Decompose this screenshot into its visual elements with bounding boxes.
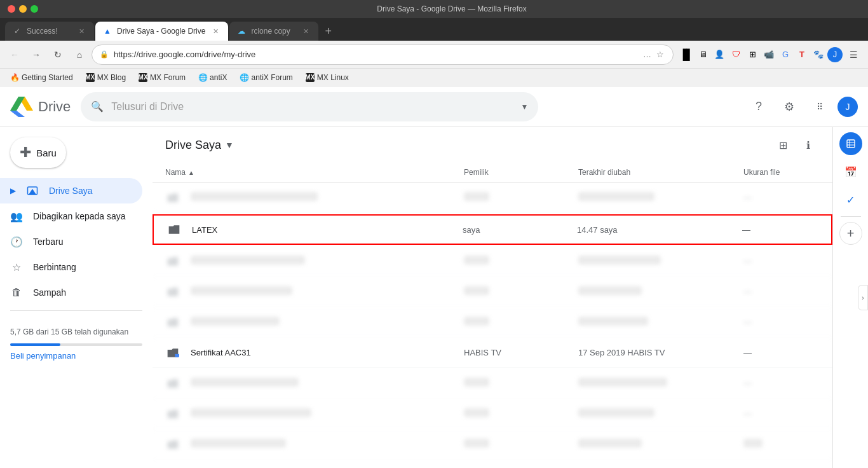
file-row-blurred-4[interactable]: — (153, 307, 832, 338)
ext-video-icon[interactable]: 📹 (761, 47, 776, 62)
maximize-window-button[interactable] (31, 5, 38, 13)
bookmark-antix-forum[interactable]: 🌐 antiX Forum (234, 72, 297, 83)
right-panel-expand-button[interactable]: › (858, 285, 868, 310)
refresh-button[interactable]: ↻ (48, 45, 67, 64)
tab-close-success[interactable]: ✕ (76, 26, 86, 36)
toolbar-extensions: ▐▌ 🖥 👤 🛡 ⊞ 📹 G T 🐾 J ☰ (679, 45, 863, 64)
file-name-blurred-3 (191, 286, 464, 297)
traffic-lights (8, 5, 38, 13)
address-right-icons: … ☆ (642, 48, 665, 60)
right-panel-icon-sheets[interactable] (839, 132, 862, 155)
file-row-blurred-6[interactable]: — (153, 399, 832, 429)
bookmark-label-mx-linux: MX Linux (317, 73, 349, 82)
user-avatar[interactable]: J (837, 97, 858, 117)
sidebar-item-recent[interactable]: 🕐 Terbaru (0, 229, 142, 254)
right-panel-icon-tasks[interactable]: ✓ (839, 188, 862, 211)
file-row-sertifikat[interactable]: Sertifikat AAC31 HABIS TV 17 Sep 2019 HA… (153, 338, 832, 368)
bookmark-mx-blog[interactable]: MX MX Blog (81, 72, 131, 83)
menu-button[interactable]: ☰ (844, 45, 863, 64)
file-name-blurred-2 (191, 256, 464, 266)
file-name-blurred-6 (191, 408, 464, 419)
svg-rect-6 (847, 140, 855, 148)
file-owner-blurred-4 (464, 317, 578, 327)
drive-logo[interactable]: Drive (10, 97, 71, 117)
file-row-blurred-2[interactable]: — (153, 246, 832, 277)
tab-close-drive[interactable]: ✕ (210, 26, 220, 36)
drive-title-dropdown-icon[interactable]: ▼ (225, 140, 234, 150)
right-panel-add-button[interactable]: + (839, 222, 862, 245)
ext-person-icon[interactable]: 👤 (712, 47, 727, 62)
ext-bars-icon[interactable]: ▐▌ (679, 47, 694, 62)
right-panel-icon-calendar[interactable]: 📅 (839, 160, 862, 183)
file-row-blurred-7[interactable] (153, 429, 832, 460)
minimize-window-button[interactable] (19, 5, 27, 13)
help-button[interactable]: ? (746, 94, 771, 120)
settings-button[interactable]: ⚙ (776, 94, 802, 120)
sidebar-item-my-drive[interactable]: ▶ Drive Saya (0, 178, 142, 203)
new-tab-button[interactable]: + (320, 22, 337, 41)
tab-close-rclone[interactable]: ✕ (301, 26, 311, 36)
file-row-blurred-1[interactable]: — (153, 182, 832, 213)
file-row-blurred-3[interactable]: — (153, 277, 832, 307)
sidebar-item-shared[interactable]: 👥 Dibagikan kepada saya (0, 203, 142, 229)
column-name[interactable]: Nama ▲ (165, 168, 464, 177)
close-window-button[interactable] (8, 5, 15, 13)
sidebar-item-starred[interactable]: ☆ Berbintang (0, 254, 142, 280)
bookmark-mx-forum[interactable]: MX MX Forum (133, 72, 191, 83)
file-owner-latex: saya (463, 225, 577, 235)
bookmark-label-getting-started: Getting Started (22, 73, 73, 82)
ext-t-icon[interactable]: T (794, 47, 810, 62)
folder-icon-blurred-1 (165, 190, 180, 205)
column-modified-label: Terakhir diubah (578, 168, 630, 177)
folder-icon-blurred-4 (165, 315, 180, 330)
ext-grid-icon[interactable]: ⊞ (745, 47, 760, 62)
folder-icon-blurred-6 (165, 406, 180, 422)
tab-drive[interactable]: ▲ Drive Saya - Google Drive ✕ (95, 22, 228, 41)
recent-icon: 🕐 (10, 236, 23, 248)
file-row-latex[interactable]: LATEX saya 14.47 saya — (153, 214, 832, 245)
view-actions: ⊞ ℹ (771, 134, 820, 156)
bookmark-label-antix-forum: antiX Forum (251, 73, 292, 82)
column-modified: Terakhir diubah (578, 168, 743, 177)
bookmark-favicon-antix-forum: 🌐 (240, 73, 248, 82)
column-size-label: Ukuran file (743, 168, 780, 177)
file-modified-sertifikat: 17 Sep 2019 HABIS TV (578, 348, 743, 357)
bookmark-mx-linux[interactable]: MX MX Linux (301, 72, 354, 83)
sidebar-item-trash[interactable]: 🗑 Sampah (0, 280, 142, 305)
buy-storage-link[interactable]: Beli penyimpanan (10, 351, 76, 361)
new-button[interactable]: ✚ Baru (10, 137, 66, 168)
bookmark-star-icon[interactable]: ☆ (655, 48, 665, 60)
apps-button[interactable]: ⠿ (807, 94, 832, 120)
file-size-blurred-4: — (743, 317, 820, 327)
home-button[interactable]: ⌂ (70, 45, 89, 64)
tab-label-rclone: rclone copy (251, 27, 295, 36)
folder-icon-blurred-5 (165, 376, 180, 391)
file-row-blurred-5[interactable]: — (153, 368, 832, 399)
ext-monitor-icon[interactable]: 🖥 (695, 47, 710, 62)
drive-search-bar[interactable]: 🔍 Telusuri di Drive ▼ (81, 92, 538, 121)
ext-paw-icon[interactable]: 🐾 (811, 47, 826, 62)
search-dropdown-icon[interactable]: ▼ (520, 102, 528, 111)
forward-button[interactable]: → (27, 45, 46, 64)
sidebar-nav: ▶ Drive Saya 👥 Dibagikan kepada saya 🕐 T… (0, 178, 153, 305)
address-bar[interactable]: 🔒 https://drive.google.com/drive/my-driv… (92, 45, 674, 65)
bookmark-getting-started[interactable]: 🔥 Getting Started (5, 72, 78, 83)
ext-avatar-icon[interactable]: J (827, 47, 843, 62)
folder-icon-blurred-7 (165, 437, 180, 452)
back-button[interactable]: ← (5, 45, 24, 64)
ext-google-icon[interactable]: G (778, 47, 793, 62)
tab-rclone[interactable]: ☁ rclone copy ✕ (229, 22, 318, 41)
file-name-blurred-4 (191, 317, 464, 327)
column-name-label: Nama (165, 168, 186, 177)
ext-shield-icon[interactable]: 🛡 (728, 47, 743, 62)
grid-view-button[interactable]: ⊞ (771, 134, 794, 156)
tab-success[interactable]: ✓ Success! ✕ (5, 22, 94, 41)
browser-toolbar: ← → ↻ ⌂ 🔒 https://drive.google.com/drive… (0, 41, 868, 69)
reader-mode-icon[interactable]: … (642, 48, 653, 60)
info-button[interactable]: ℹ (797, 134, 820, 156)
file-owner-blurred-6 (464, 408, 578, 419)
file-modified-blurred-1 (578, 192, 743, 203)
bookmark-antix[interactable]: 🌐 antiX (193, 72, 232, 83)
svg-marker-4 (29, 189, 36, 195)
folder-icon-sertifikat (165, 345, 180, 361)
